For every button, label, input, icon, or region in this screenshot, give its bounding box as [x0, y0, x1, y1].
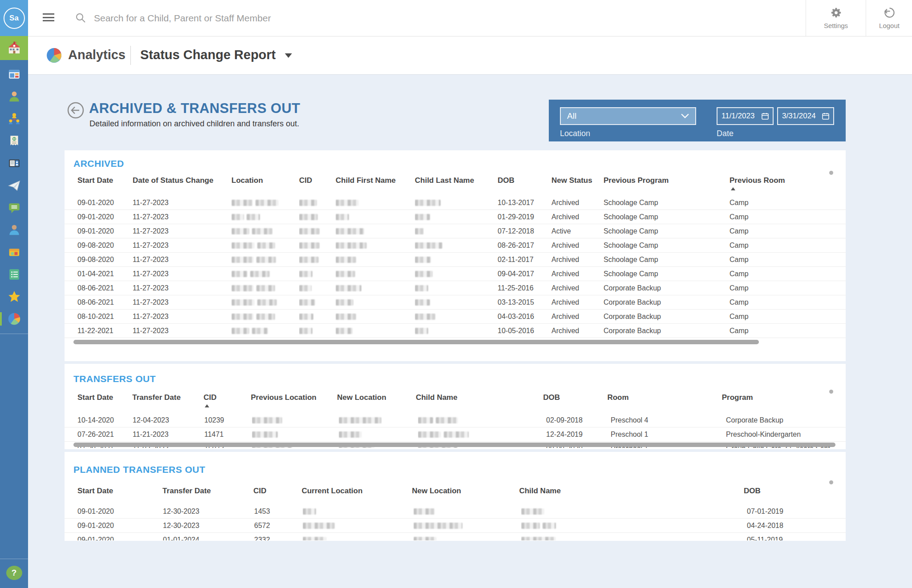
- sidebar-item-send[interactable]: [0, 174, 28, 197]
- hamburger-menu-icon[interactable]: [43, 13, 54, 24]
- redacted-value: [415, 299, 430, 306]
- sidebar-item-messages[interactable]: [0, 197, 28, 219]
- table-row[interactable]: 08-06-202111-27-202311-25-2016ArchivedCo…: [65, 281, 846, 295]
- column-header-room[interactable]: Room: [607, 393, 721, 402]
- table-row[interactable]: 10-14-202012-04-20231023902-09-2018Presc…: [65, 413, 846, 427]
- column-header-date-of-status-change[interactable]: Date of Status Change: [133, 176, 231, 185]
- column-header-current-location[interactable]: Current Location: [302, 487, 412, 495]
- sidebar-item-favorites[interactable]: [0, 286, 28, 308]
- search-input[interactable]: [93, 8, 584, 28]
- horizontal-scrollbar[interactable]: [73, 443, 835, 447]
- column-header-previous-location[interactable]: Previous Location: [251, 393, 337, 402]
- table-cell: 11-27-2023: [133, 270, 231, 278]
- table-cell: 11-27-2023: [133, 284, 231, 292]
- sidebar-item-meals[interactable]: [0, 241, 28, 263]
- date-from-input[interactable]: 11/1/2023: [717, 107, 774, 125]
- horizontal-scrollbar[interactable]: [73, 340, 759, 344]
- redacted-value: [415, 285, 428, 291]
- column-header-child-first-name[interactable]: Child First Name: [336, 176, 415, 185]
- table-row[interactable]: 09-01-202012-30-2023145307-01-2019: [65, 504, 846, 519]
- logout-button[interactable]: Logout: [866, 0, 912, 36]
- table-cell: Camp: [730, 227, 841, 235]
- table-cell: [299, 327, 336, 335]
- table-row[interactable]: 01-04-202111-27-202309-04-2017ArchivedSc…: [65, 267, 846, 281]
- redacted-value: [255, 200, 279, 206]
- table-row[interactable]: 08-06-202111-27-202303-13-2015ArchivedCo…: [65, 295, 846, 310]
- logout-icon: [884, 7, 896, 20]
- table-row[interactable]: 09-01-202011-27-202310-13-2017ArchivedSc…: [65, 196, 846, 210]
- table-cell: Archived: [551, 199, 604, 207]
- more-options-icon[interactable]: [829, 171, 833, 175]
- redacted-value: [336, 328, 353, 334]
- table-cell: 01-29-2019: [498, 213, 551, 221]
- archived-table-rows: 09-01-202011-27-202310-13-2017ArchivedSc…: [65, 196, 846, 343]
- redacted-value: [231, 285, 254, 291]
- table-row[interactable]: 09-01-202011-27-202301-29-2019ArchivedSc…: [65, 210, 846, 224]
- column-header-program[interactable]: Program: [722, 393, 846, 402]
- column-header-dob[interactable]: DOB: [744, 487, 846, 495]
- column-header-transfer-date[interactable]: Transfer Date: [162, 487, 253, 495]
- sidebar-item-analytics[interactable]: [0, 308, 28, 330]
- table-row[interactable]: 09-01-202001-01-2024233205-11-2019: [65, 533, 846, 540]
- column-header-child-name[interactable]: Child Name: [519, 487, 744, 495]
- column-header-dob[interactable]: DOB: [498, 176, 551, 185]
- column-header-new-location[interactable]: New Location: [337, 393, 416, 402]
- page-title: ARCHIVED & TRANSFERS OUT: [89, 101, 300, 117]
- sidebar-item-id-card[interactable]: [0, 152, 28, 174]
- column-header-dob[interactable]: DOB: [543, 393, 607, 402]
- column-header-cid[interactable]: CID: [299, 176, 336, 185]
- user-avatar[interactable]: Sa: [0, 0, 28, 36]
- sidebar-item-school[interactable]: [0, 36, 28, 60]
- redacted-value: [415, 314, 435, 320]
- table-row[interactable]: 09-08-202011-27-202302-11-2017ArchivedSc…: [65, 253, 846, 267]
- table-cell: [231, 199, 299, 207]
- table-row[interactable]: 09-08-202011-27-202308-26-2017ArchivedSc…: [65, 238, 846, 253]
- redacted-value: [543, 523, 556, 529]
- column-header-transfer-date[interactable]: Transfer Date: [132, 393, 203, 402]
- sidebar-item-staff[interactable]: [0, 219, 28, 241]
- table-row[interactable]: 09-01-202011-27-202307-12-2018ActiveScho…: [65, 224, 846, 238]
- sidebar-item-dashboard[interactable]: [0, 63, 28, 85]
- column-header-cid[interactable]: CID: [253, 487, 302, 495]
- table-row[interactable]: 07-26-202111-21-20231147112-24-2019Presc…: [65, 427, 846, 442]
- column-header-new-location[interactable]: New Location: [412, 487, 519, 495]
- help-button[interactable]: ?: [0, 566, 28, 580]
- settings-button[interactable]: Settings: [806, 0, 866, 36]
- school-icon: [7, 40, 22, 56]
- table-cell: 10-14-2020: [77, 416, 133, 424]
- table-cell: 04-24-2018: [747, 522, 846, 530]
- family-icon: [8, 112, 21, 125]
- location-dropdown[interactable]: All: [560, 107, 696, 125]
- sort-ascending-icon: [205, 404, 209, 407]
- table-row[interactable]: 11-22-202111-27-202310-05-2016ArchivedCo…: [65, 324, 846, 338]
- column-header-start-date[interactable]: Start Date: [77, 487, 162, 495]
- column-header-previous-room[interactable]: Previous Room: [730, 176, 841, 185]
- location-filter-label: Location: [560, 129, 590, 138]
- column-header-cid[interactable]: CID: [203, 393, 251, 402]
- sidebar-item-family[interactable]: [0, 108, 28, 130]
- table-cell: Archived: [551, 256, 604, 264]
- table-row[interactable]: 09-01-202012-30-2023657204-24-2018: [65, 519, 846, 533]
- date-to-input[interactable]: 3/31/2024: [777, 107, 834, 125]
- table-cell: [336, 270, 415, 278]
- table-cell: Camp: [730, 199, 841, 207]
- table-row[interactable]: 08-10-202111-27-202304-03-2016ArchivedCo…: [65, 310, 846, 324]
- column-header-child-name[interactable]: Child Name: [416, 393, 543, 402]
- column-header-start-date[interactable]: Start Date: [77, 393, 132, 402]
- column-header-location[interactable]: Location: [231, 176, 299, 185]
- column-header-child-last-name[interactable]: Child Last Name: [415, 176, 498, 185]
- table-cell: 05-11-2019: [747, 536, 846, 541]
- report-selector[interactable]: Status Change Report: [140, 48, 292, 62]
- sidebar-item-billing[interactable]: [0, 130, 28, 152]
- back-button[interactable]: [67, 101, 85, 119]
- table-cell: Archived: [551, 213, 604, 221]
- more-options-icon[interactable]: [829, 480, 833, 484]
- column-header-start-date[interactable]: Start Date: [77, 176, 133, 185]
- sidebar-item-child[interactable]: [0, 85, 28, 108]
- table-cell: [413, 536, 521, 541]
- redacted-value: [231, 200, 253, 206]
- column-header-new-status[interactable]: New Status: [551, 176, 604, 185]
- sidebar-item-checklist[interactable]: [0, 263, 28, 286]
- redacted-value: [231, 228, 249, 234]
- column-header-previous-program[interactable]: Previous Program: [604, 176, 730, 185]
